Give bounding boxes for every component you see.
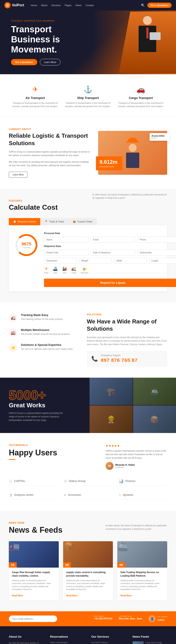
person-name: Jhanda Willim [151,135,168,137]
request-quote-submit[interactable]: Request for a Quote [44,279,176,287]
read-more-3[interactable]: Read More [120,594,131,597]
news-header: News from News & Feeds In other words, t… [9,522,167,535]
weight-input[interactable] [79,258,112,264]
about-title: Reliable Logistic & Transport Solutions [9,132,92,147]
gauge-label: The Dollar [23,246,31,248]
users-header: Testimonials Happy Users ★★★★★ VolPort L… [9,444,167,470]
transport-cargo[interactable]: 🚛Cargo [71,266,76,274]
capital-icon: ◎ [9,479,12,484]
client-analysis-name: Analysis center [14,493,34,496]
name-input[interactable] [44,237,88,243]
departure-date-input[interactable] [91,250,135,256]
footer-news-title: News Feeds [133,635,167,638]
feature-tracking: 🚛 Tracking Made Easy One tracking number… [9,313,76,322]
destination-input[interactable] [44,258,77,264]
phone-strip: Free Helpline +31 (15) 879 014 Our Offic… [0,611,176,626]
free-phone-label: Free Helpline [94,615,104,617]
site-name: VolPort [12,3,24,7]
read-more-1[interactable]: Read More [12,594,23,597]
reviewer-info: Miranda H. Halim Customer [115,464,135,468]
service-cargo-title: Cargo Transport [117,96,165,100]
width-input[interactable] [114,258,147,264]
about-learn-button[interactable]: Learn More [9,172,28,178]
transport-train[interactable]: 🚂Train [62,266,67,274]
transport-helicopter[interactable]: 🚁Helicopter [81,266,88,274]
free-phone-value: +31 (15) 879 014 [94,617,112,620]
news-date-1: 15 [9,562,17,568]
calc-gauge: 9675 The Dollar [13,230,40,256]
about-section: Company About Reliable Logistic & Transp… [0,117,176,188]
hero-learn-button[interactable]: Learn More [40,59,61,66]
accession-icon: ● [64,493,66,497]
shipment-fields-row1 [44,250,176,256]
service-ship: ⚓ Ship Transport Transport in transporta… [62,83,114,110]
emergency-label: Emergency Support [101,354,138,356]
read-more-2[interactable]: Read More [66,594,77,597]
footer-service-1[interactable]: Sea Bulk Products [91,641,126,644]
calc-fields: Personal Data Shipment Data [44,230,176,287]
postal-code-input[interactable] [44,250,88,256]
emergency-icon: 📞 [91,356,98,362]
delivery-qty-input[interactable] [137,250,176,256]
clients-grid: ◎ CAPITAL ⊕ Status Group 📊 Finance ◑ Ana… [9,476,167,500]
about-text2: We order ourselves on providing the best… [9,160,92,167]
ship-transport-icon: ⚓ [64,85,112,94]
users-section: Testimonials Happy Users ★★★★★ VolPort L… [0,433,176,511]
personal-data-title: Personal Data [44,232,176,234]
news-img-3: 🚢 05 [117,541,167,568]
footer-about-col: About Us We offer the best value solutio… [9,635,44,644]
nav-contact[interactable]: Contact [86,4,94,6]
transport-plane[interactable]: ✈Plane [44,266,48,274]
nav-services[interactable]: Services [52,4,61,6]
feature-warehouses-desc: We provide multiple drop-off and pick-up… [21,332,70,336]
site-logo[interactable]: VolPort [5,2,24,8]
tab-custom-order[interactable]: 📦 Custom Order [68,218,97,225]
about-text1: VolPort Group is a representative logist… [9,150,92,157]
tab-request-quote[interactable]: 📋 Request a Quote [9,218,40,225]
search-icon[interactable]: 🔍 [141,4,145,7]
nav-home[interactable]: Home [31,4,37,6]
length-input[interactable] [149,258,176,264]
nav-about[interactable]: About [41,4,48,6]
nav-pages[interactable]: Pages [65,4,72,6]
feature-tracking-desc: One tracking number for the entire proce… [21,318,63,321]
news-card-title-1: Cargo flow through better supply chain v… [12,571,56,578]
newsletter-input[interactable] [9,616,57,622]
solutions-label: Solutions [87,313,167,316]
feature-warehouses-title: Multiple Warehouses [21,328,70,332]
footer-about-title: About Us [9,635,44,638]
transport-ship[interactable]: 🚢Ship [53,266,58,274]
footer-news-text-1: Cargo flow through better supply chain v… [145,641,167,644]
solutions-features: 🚛 Tracking Made Easy One tracking number… [9,313,76,367]
cargo-transport-icon: 🚗 [117,85,165,94]
feature-expertise-content: Solutions & Special Expertise Our aim is… [21,343,73,351]
about-label: Company About [9,128,92,130]
service-air-desc: Transport of transportation is the movem… [11,102,59,108]
users-header-left: Testimonials Happy Users [9,444,57,460]
news-card-body-1: Cargo flow through better supply chain v… [9,568,59,600]
footer-link-reservation[interactable]: Make a Reservation [50,641,85,644]
client-capital-name: CAPITAL [14,480,25,482]
news-desc: In other words, the action of transport … [106,522,167,531]
phone-input[interactable] [137,237,176,243]
calc-title: Calculate Cost [9,203,58,212]
logo-icon [5,2,11,8]
works-gallery: 🏗️ 🚢 👷 📦 [90,378,176,433]
client-status-name: Status Group [69,480,86,482]
tab-track-trace[interactable]: 📍 Track & Trace [40,218,68,225]
works-image-2: 🚢 [133,378,176,405]
client-accession-name: Accession [68,493,81,496]
review-text: VolPort Logistics International customer… [106,449,167,460]
office-hours-label: Our Office Hours [119,615,132,617]
works-content: 5000+ Great Works VolPort Group is a rep… [0,378,90,433]
service-ship-desc: Transport in transportation is the movem… [64,102,112,108]
news-img-3-icon: 🚢 [117,542,128,551]
works-img-3-icon: 👷 [107,415,115,424]
get-quotation-button[interactable]: Get a Quotation [147,3,172,8]
client-finance: 📊 Finance [119,476,167,486]
email-input[interactable] [91,237,135,243]
nav-news[interactable]: News [75,4,82,6]
feature-expertise-desc: Our aim is to optimise and improve your … [21,347,73,351]
client-dynamic: ≡ dynamic [119,490,167,500]
hero-quote-button[interactable]: Get a Quotation [11,59,37,65]
